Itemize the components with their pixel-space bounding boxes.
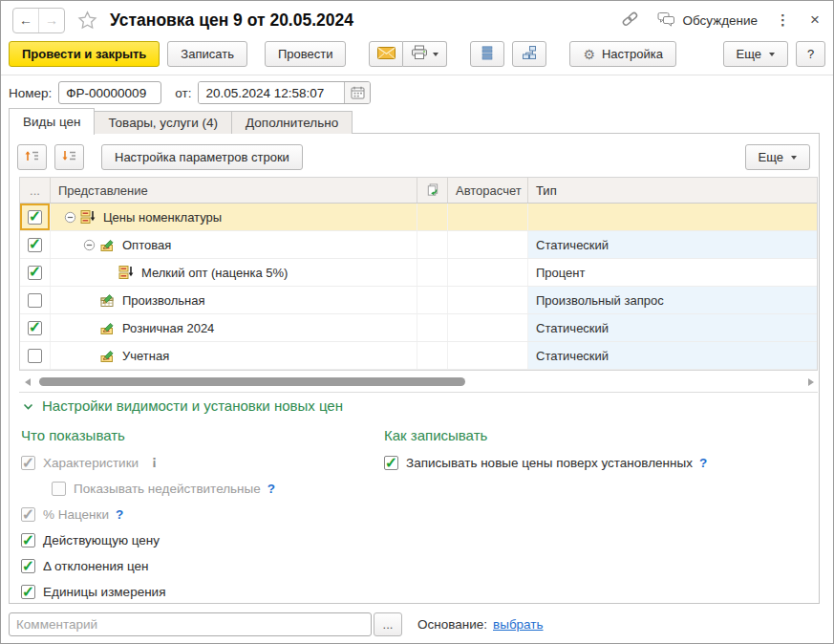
checkbox[interactable]: ✓ bbox=[21, 533, 35, 547]
row-select-cell[interactable] bbox=[20, 287, 51, 313]
footer-bar: ... Основание: выбрать bbox=[9, 612, 825, 636]
price-tag-pencil-icon bbox=[99, 320, 118, 335]
checkbox-label: Единицы измерения bbox=[43, 585, 165, 599]
report-icon bbox=[481, 45, 494, 63]
row-checkbox[interactable] bbox=[28, 293, 42, 308]
report-button[interactable] bbox=[470, 41, 504, 67]
title-bar: ← → Установка цен 9 от 20.05.2024 Обсужд… bbox=[1, 1, 833, 39]
row-select-cell[interactable]: ✓ bbox=[20, 204, 51, 230]
row-checkbox[interactable]: ✓ bbox=[28, 210, 42, 225]
row-name-cell: Учетная bbox=[51, 342, 417, 369]
post-and-close-button[interactable]: Провести и закрыть bbox=[9, 41, 160, 67]
checkbox-row: Показывать недействительные? bbox=[17, 476, 373, 502]
header-select[interactable]: ... bbox=[20, 178, 51, 203]
scroll-right-icon[interactable] bbox=[808, 378, 814, 386]
gear-icon: ⚙ bbox=[583, 48, 595, 61]
menu-dots-icon[interactable]: ⋮ bbox=[774, 11, 792, 29]
help-question-icon[interactable]: ? bbox=[699, 456, 707, 470]
row-select-cell[interactable]: ✓ bbox=[20, 314, 51, 341]
discussion-icon bbox=[656, 11, 675, 30]
print-icon bbox=[411, 45, 428, 63]
comment-ellipsis-button[interactable]: ... bbox=[374, 612, 402, 636]
row-checkbox[interactable] bbox=[28, 349, 42, 363]
favorite-star-icon[interactable] bbox=[77, 11, 97, 30]
table-more-button[interactable]: Еще bbox=[745, 144, 810, 170]
price-tag-download-icon bbox=[80, 209, 98, 225]
forward-arrow-icon: → bbox=[38, 9, 64, 32]
back-arrow-icon[interactable]: ← bbox=[13, 9, 38, 32]
save-button[interactable]: Записать bbox=[167, 41, 247, 67]
date-label: от: bbox=[175, 86, 191, 100]
tab-price-kinds[interactable]: Виды цен bbox=[9, 108, 95, 135]
price-type-name: Мелкий опт (наценка 5%) bbox=[141, 266, 288, 280]
row-type-cell: Статический bbox=[528, 231, 817, 258]
row-type-cell: Произвольный запрос bbox=[528, 287, 817, 313]
row-autocalc-cell bbox=[448, 342, 528, 369]
checkbox-label: Δ отклонения цен bbox=[43, 559, 149, 573]
more-button[interactable]: Еще bbox=[723, 41, 788, 67]
help-button[interactable]: ? bbox=[796, 41, 825, 67]
scrollbar-thumb[interactable] bbox=[39, 377, 465, 386]
collapse-tree-button[interactable] bbox=[17, 144, 47, 170]
header-autocalc[interactable]: Авторасчет bbox=[448, 178, 528, 203]
row-settings-button[interactable]: Настройка параметров строки bbox=[101, 144, 303, 170]
help-question-icon[interactable]: ? bbox=[267, 482, 275, 496]
table-row[interactable]: ✓Цены номенклатуры bbox=[20, 204, 817, 231]
table-row[interactable]: ✓Мелкий опт (наценка 5%)Процент bbox=[20, 259, 817, 287]
mail-button[interactable] bbox=[369, 41, 403, 67]
header-name[interactable]: Представление bbox=[51, 178, 417, 203]
close-icon[interactable]: × bbox=[808, 11, 822, 30]
checkbox[interactable]: ✓ bbox=[21, 585, 35, 599]
checkbox[interactable]: ✓ bbox=[21, 559, 35, 573]
document-fields: Номер: от: bbox=[9, 81, 371, 104]
checkbox-row: ✓% Наценки? bbox=[17, 502, 373, 527]
row-checkbox[interactable]: ✓ bbox=[28, 238, 42, 252]
table-bottom-divider bbox=[19, 392, 818, 393]
main-toolbar: Провести и закрыть Записать Провести ⚙ Н… bbox=[9, 41, 825, 67]
row-type-cell: Статический bbox=[528, 342, 817, 369]
table-row[interactable]: ✓ОптоваяСтатический bbox=[20, 231, 817, 259]
table-row[interactable]: УчетнаяСтатический bbox=[20, 342, 817, 370]
calendar-icon[interactable] bbox=[344, 82, 370, 103]
row-checkbox[interactable]: ✓ bbox=[28, 266, 42, 280]
page-title: Установка цен 9 от 20.05.2024 bbox=[110, 11, 353, 31]
tab-goods-services[interactable]: Товары, услуги (4) bbox=[95, 111, 232, 134]
link-icon[interactable] bbox=[620, 11, 640, 30]
checkbox-row: ✓Единицы измерения bbox=[17, 579, 373, 605]
basis-select-link[interactable]: выбрать bbox=[493, 617, 544, 632]
tab-bar: Виды цен Товары, услуги (4) Дополнительн… bbox=[9, 108, 353, 134]
print-button[interactable] bbox=[403, 41, 447, 67]
help-question-icon[interactable]: ? bbox=[116, 507, 123, 522]
table-row[interactable]: ПроизвольнаяПроизвольный запрос bbox=[20, 287, 817, 314]
structure-button[interactable] bbox=[512, 41, 546, 67]
checkbox-row: ✓Характеристики! bbox=[17, 450, 373, 476]
tree-collapse-icon[interactable] bbox=[64, 211, 76, 224]
discussion-button[interactable]: Обсуждение bbox=[656, 11, 758, 30]
settings-button[interactable]: ⚙ Настройка bbox=[569, 41, 676, 67]
table-row[interactable]: ✓Розничная 2024Статический bbox=[20, 314, 817, 342]
row-select-cell[interactable]: ✓ bbox=[20, 259, 51, 286]
disabled-checkbox: ✓ bbox=[21, 456, 35, 470]
checkbox-label: Характеристики bbox=[43, 456, 139, 470]
number-field[interactable] bbox=[58, 81, 161, 104]
checkbox[interactable]: ✓ bbox=[384, 456, 398, 470]
toolbar-separator bbox=[1, 75, 833, 75]
row-autocalc-cell bbox=[448, 231, 528, 258]
row-checkbox[interactable]: ✓ bbox=[28, 321, 42, 335]
row-autocalc-cell bbox=[448, 259, 528, 286]
row-select-cell[interactable]: ✓ bbox=[20, 231, 51, 258]
write-options-list: ✓Записывать новые цены поверх установлен… bbox=[380, 450, 810, 476]
visibility-settings-header[interactable]: Настройки видимости и установки новых це… bbox=[23, 397, 343, 414]
scroll-left-icon[interactable] bbox=[25, 378, 31, 386]
row-select-cell[interactable] bbox=[20, 342, 51, 369]
tree-collapse-icon[interactable] bbox=[83, 239, 96, 251]
import-document-icon[interactable] bbox=[417, 178, 448, 203]
row-import-cell bbox=[417, 342, 448, 369]
post-button[interactable]: Провести bbox=[265, 41, 347, 67]
tab-additional[interactable]: Дополнительно bbox=[232, 111, 353, 134]
price-tag-pencil-icon bbox=[99, 237, 118, 252]
header-type[interactable]: Тип bbox=[528, 178, 817, 203]
expand-tree-button[interactable] bbox=[54, 144, 84, 170]
date-field[interactable] bbox=[199, 82, 344, 103]
comment-field[interactable] bbox=[9, 612, 372, 636]
